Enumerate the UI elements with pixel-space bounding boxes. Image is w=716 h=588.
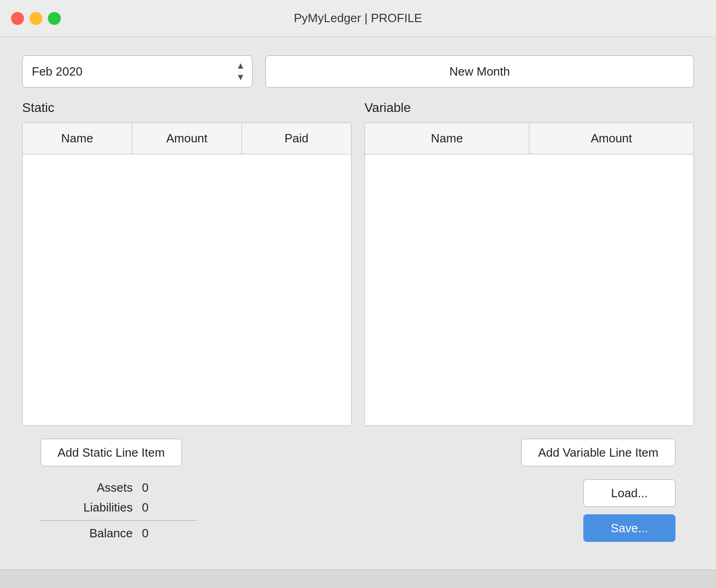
variable-table: Name Amount	[364, 123, 694, 426]
assets-row: Assets 0	[41, 481, 225, 495]
variable-table-header: Name Amount	[365, 123, 693, 154]
add-variable-line-item-button[interactable]: Add Variable Line Item	[521, 439, 675, 466]
month-select-wrapper: Feb 2020 Jan 2020 Mar 2020 Apr 2020 ▲ ▼	[22, 55, 252, 88]
summary-left: Assets 0 Liabilities 0 Balance 0	[41, 481, 225, 541]
save-button[interactable]: Save...	[583, 514, 675, 542]
static-col-amount: Amount	[132, 123, 242, 154]
static-panel-title: Static	[22, 100, 352, 115]
static-table-body	[23, 154, 351, 425]
summary-divider	[41, 520, 197, 521]
static-table-header: Name Amount Paid	[23, 123, 351, 154]
load-button[interactable]: Load...	[583, 479, 675, 507]
assets-label: Assets	[41, 481, 133, 495]
balance-label: Balance	[41, 526, 133, 541]
buttons-row: Add Static Line Item Add Variable Line I…	[22, 439, 694, 466]
summary-section: Assets 0 Liabilities 0 Balance 0 Load...…	[22, 479, 694, 551]
variable-col-name: Name	[365, 123, 529, 154]
static-table: Name Amount Paid	[22, 123, 352, 426]
summary-right: Load... Save...	[583, 479, 675, 542]
new-month-button[interactable]: New Month	[265, 55, 694, 88]
tables-section: Static Name Amount Paid Variable Name Am…	[22, 100, 694, 426]
top-bar: Feb 2020 Jan 2020 Mar 2020 Apr 2020 ▲ ▼ …	[22, 55, 694, 88]
assets-value: 0	[142, 481, 160, 495]
window-title: PyMyLedger | PROFILE	[294, 11, 422, 25]
variable-col-amount: Amount	[529, 123, 693, 154]
static-col-paid: Paid	[242, 123, 351, 154]
month-select[interactable]: Feb 2020 Jan 2020 Mar 2020 Apr 2020	[22, 55, 252, 88]
static-col-name: Name	[23, 123, 132, 154]
variable-panel-title: Variable	[364, 100, 694, 115]
window-controls	[11, 12, 61, 25]
main-content: Feb 2020 Jan 2020 Mar 2020 Apr 2020 ▲ ▼ …	[0, 37, 716, 570]
maximize-button[interactable]	[48, 12, 61, 25]
balance-value: 0	[142, 526, 160, 541]
liabilities-row: Liabilities 0	[41, 500, 225, 515]
titlebar: PyMyLedger | PROFILE	[0, 0, 716, 37]
add-static-line-item-button[interactable]: Add Static Line Item	[41, 439, 182, 466]
variable-panel: Variable Name Amount	[364, 100, 694, 426]
close-button[interactable]	[11, 12, 24, 25]
variable-table-body	[365, 154, 693, 425]
liabilities-value: 0	[142, 500, 160, 515]
static-panel: Static Name Amount Paid	[22, 100, 352, 426]
balance-row: Balance 0	[41, 526, 225, 541]
liabilities-label: Liabilities	[41, 500, 133, 515]
bottom-bar	[0, 570, 716, 588]
minimize-button[interactable]	[29, 12, 42, 25]
